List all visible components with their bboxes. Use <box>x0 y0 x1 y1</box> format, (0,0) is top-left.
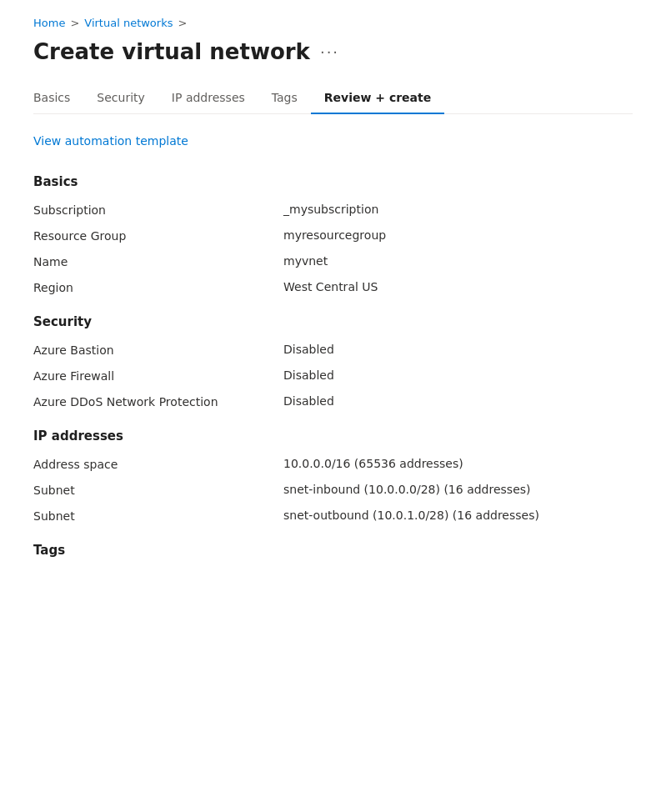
section-security-title: Security <box>33 314 633 329</box>
page-title: Create virtual network <box>33 39 310 64</box>
field-resource-group-value: myresourcegroup <box>283 228 633 242</box>
automation-template-link[interactable]: View automation template <box>33 134 188 148</box>
tabs-container: Basics Security IP addresses Tags Review… <box>33 84 633 114</box>
field-azure-ddos: Azure DDoS Network Protection Disabled <box>33 394 633 409</box>
field-region: Region West Central US <box>33 280 633 294</box>
field-name: Name myvnet <box>33 254 633 268</box>
field-subnet-outbound-label: Subnet <box>33 509 283 523</box>
field-subnet-inbound-label: Subnet <box>33 483 283 497</box>
ellipsis-button[interactable]: ··· <box>320 43 339 61</box>
field-azure-ddos-value: Disabled <box>283 394 633 408</box>
breadcrumb-home[interactable]: Home <box>33 17 65 29</box>
field-subnet-outbound-value: snet-outbound (10.0.1.0/28) (16 addresse… <box>283 509 633 522</box>
field-address-space-label: Address space <box>33 457 283 471</box>
field-address-space: Address space 10.0.0.0/16 (65536 address… <box>33 457 633 471</box>
field-subnet-inbound-value: snet-inbound (10.0.0.0/28) (16 addresses… <box>283 483 633 496</box>
field-subnet-outbound: Subnet snet-outbound (10.0.1.0/28) (16 a… <box>33 509 633 523</box>
breadcrumb-virtual-networks[interactable]: Virtual networks <box>84 17 173 29</box>
tab-ip-addresses[interactable]: IP addresses <box>158 84 258 114</box>
field-name-value: myvnet <box>283 254 633 268</box>
section-basics: Basics Subscription _mysubscription Reso… <box>33 174 633 294</box>
field-region-value: West Central US <box>283 280 633 293</box>
field-subscription: Subscription _mysubscription <box>33 203 633 217</box>
section-tags-title: Tags <box>33 543 633 558</box>
page-title-row: Create virtual network ··· <box>33 39 633 64</box>
field-azure-firewall-value: Disabled <box>283 368 633 382</box>
field-subnet-inbound: Subnet snet-inbound (10.0.0.0/28) (16 ad… <box>33 483 633 497</box>
breadcrumb-separator-1: > <box>70 17 79 29</box>
breadcrumb: Home > Virtual networks > <box>33 17 633 29</box>
field-azure-bastion: Azure Bastion Disabled <box>33 343 633 357</box>
field-subscription-label: Subscription <box>33 203 283 217</box>
tab-review-create[interactable]: Review + create <box>311 84 444 114</box>
field-azure-bastion-value: Disabled <box>283 343 633 356</box>
section-tags: Tags <box>33 543 633 558</box>
tab-basics[interactable]: Basics <box>33 84 83 114</box>
field-region-label: Region <box>33 280 283 294</box>
section-ip-addresses-title: IP addresses <box>33 429 633 444</box>
field-azure-bastion-label: Azure Bastion <box>33 343 283 357</box>
section-basics-title: Basics <box>33 174 633 189</box>
breadcrumb-separator-2: > <box>178 17 187 29</box>
section-ip-addresses: IP addresses Address space 10.0.0.0/16 (… <box>33 429 633 523</box>
field-azure-firewall: Azure Firewall Disabled <box>33 368 633 383</box>
section-security: Security Azure Bastion Disabled Azure Fi… <box>33 314 633 409</box>
field-azure-ddos-label: Azure DDoS Network Protection <box>33 394 283 409</box>
field-resource-group-label: Resource Group <box>33 228 283 243</box>
field-name-label: Name <box>33 254 283 268</box>
tab-tags[interactable]: Tags <box>258 84 311 114</box>
field-address-space-value: 10.0.0.0/16 (65536 addresses) <box>283 457 633 470</box>
tab-security[interactable]: Security <box>83 84 158 114</box>
field-subscription-value: _mysubscription <box>283 203 633 216</box>
field-azure-firewall-label: Azure Firewall <box>33 368 283 383</box>
field-resource-group: Resource Group myresourcegroup <box>33 228 633 243</box>
